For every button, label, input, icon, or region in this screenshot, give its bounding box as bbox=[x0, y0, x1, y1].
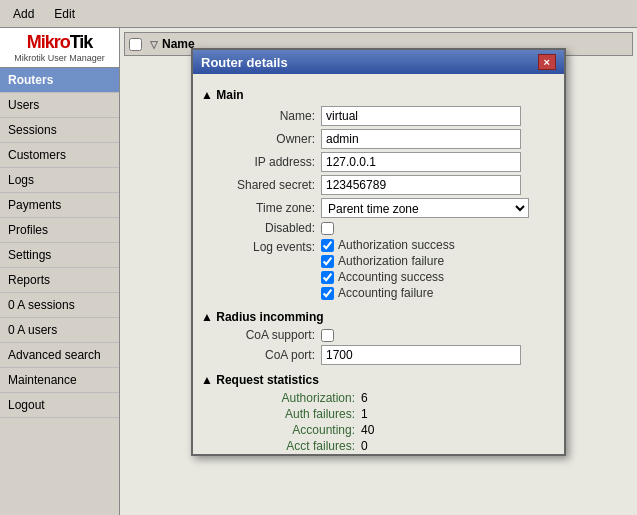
request-stats-header: ▲ Request statistics bbox=[201, 373, 556, 387]
sidebar-item-0a-sessions[interactable]: 0 A sessions bbox=[0, 293, 119, 318]
timezone-label: Time zone: bbox=[201, 201, 321, 215]
stat-accounting-value: 40 bbox=[361, 423, 374, 437]
name-input[interactable] bbox=[321, 106, 521, 126]
coa-port-row: CoA port: bbox=[201, 345, 556, 365]
edit-button[interactable]: Edit bbox=[45, 4, 84, 24]
logo-tik: Tik bbox=[70, 32, 93, 52]
main-content: ▽ Name Router details × ▲ Main bbox=[120, 28, 637, 515]
coa-port-label: CoA port: bbox=[201, 348, 321, 362]
log-acct-failure-row: Accounting failure bbox=[321, 286, 455, 300]
name-label: Name: bbox=[201, 109, 321, 123]
sidebar-item-advanced-search[interactable]: Advanced search bbox=[0, 343, 119, 368]
secret-row: Shared secret: bbox=[201, 175, 556, 195]
request-stats-label: ▲ Request statistics bbox=[201, 373, 319, 387]
log-auth-failure-checkbox[interactable] bbox=[321, 255, 334, 268]
ip-label: IP address: bbox=[201, 155, 321, 169]
dialog-overlay: Router details × ▲ Main Name: Ow bbox=[120, 28, 637, 515]
logo-brand: MikroTik bbox=[4, 32, 115, 53]
stat-auth-failures-value: 1 bbox=[361, 407, 368, 421]
main-section-header: ▲ Main bbox=[201, 88, 556, 102]
secret-label: Shared secret: bbox=[201, 178, 321, 192]
log-acct-failure-checkbox[interactable] bbox=[321, 287, 334, 300]
sidebar-item-logs[interactable]: Logs bbox=[0, 168, 119, 193]
ip-row: IP address: bbox=[201, 152, 556, 172]
radius-section-header: ▲ Radius incomming bbox=[201, 310, 556, 324]
logo-subtitle: Mikrotik User Manager bbox=[4, 53, 115, 63]
timezone-select[interactable]: Parent time zone bbox=[321, 198, 529, 218]
owner-input[interactable] bbox=[321, 129, 521, 149]
stat-acct-failures-value: 0 bbox=[361, 439, 368, 453]
sidebar-item-users[interactable]: Users bbox=[0, 93, 119, 118]
stat-authorization: Authorization: 6 bbox=[201, 391, 556, 405]
log-acct-failure-label: Accounting failure bbox=[338, 286, 433, 300]
owner-label: Owner: bbox=[201, 132, 321, 146]
stat-acct-failures: Acct failures: 0 bbox=[201, 439, 556, 453]
log-events-label: Log events: bbox=[201, 238, 321, 302]
coa-support-label: CoA support: bbox=[201, 328, 321, 342]
sidebar-item-profiles[interactable]: Profiles bbox=[0, 218, 119, 243]
disabled-checkbox[interactable] bbox=[321, 222, 334, 235]
disabled-row: Disabled: bbox=[201, 221, 556, 235]
topbar: Add Edit bbox=[0, 0, 637, 28]
main-section-label: ▲ Main bbox=[201, 88, 244, 102]
timezone-row: Time zone: Parent time zone bbox=[201, 198, 556, 218]
dialog-body: ▲ Main Name: Owner: IP address: bbox=[193, 74, 564, 454]
logo-micro: Mikro bbox=[27, 32, 70, 52]
sidebar-item-payments[interactable]: Payments bbox=[0, 193, 119, 218]
dialog-title: Router details × bbox=[193, 50, 564, 74]
secret-input[interactable] bbox=[321, 175, 521, 195]
log-auth-failure-row: Authorization failure bbox=[321, 254, 455, 268]
owner-row: Owner: bbox=[201, 129, 556, 149]
sidebar-item-maintenance[interactable]: Maintenance bbox=[0, 368, 119, 393]
stat-authorization-label: Authorization: bbox=[201, 391, 361, 405]
coa-port-input[interactable] bbox=[321, 345, 521, 365]
sidebar-item-customers[interactable]: Customers bbox=[0, 143, 119, 168]
dialog-title-text: Router details bbox=[201, 55, 288, 70]
dialog-close-button[interactable]: × bbox=[538, 54, 556, 70]
log-events-checks: Authorization success Authorization fail… bbox=[321, 238, 455, 302]
log-events-container: Log events: Authorization success Author… bbox=[201, 238, 556, 302]
stat-accounting: Accounting: 40 bbox=[201, 423, 556, 437]
log-auth-failure-label: Authorization failure bbox=[338, 254, 444, 268]
log-acct-success-checkbox[interactable] bbox=[321, 271, 334, 284]
add-button[interactable]: Add bbox=[4, 4, 43, 24]
sidebar-item-settings[interactable]: Settings bbox=[0, 243, 119, 268]
ip-input[interactable] bbox=[321, 152, 521, 172]
stat-acct-failures-label: Acct failures: bbox=[201, 439, 361, 453]
log-auth-success-checkbox[interactable] bbox=[321, 239, 334, 252]
stat-authorization-value: 6 bbox=[361, 391, 368, 405]
sidebar-item-routers[interactable]: Routers bbox=[0, 68, 119, 93]
sidebar-item-reports[interactable]: Reports bbox=[0, 268, 119, 293]
sidebar-item-sessions[interactable]: Sessions bbox=[0, 118, 119, 143]
sidebar-item-logout[interactable]: Logout bbox=[0, 393, 119, 418]
coa-support-row: CoA support: bbox=[201, 328, 556, 342]
stat-accounting-label: Accounting: bbox=[201, 423, 361, 437]
sidebar: MikroTik Mikrotik User Manager Routers U… bbox=[0, 28, 120, 515]
disabled-label: Disabled: bbox=[201, 221, 321, 235]
logo: MikroTik Mikrotik User Manager bbox=[0, 28, 119, 68]
coa-support-checkbox[interactable] bbox=[321, 329, 334, 342]
log-auth-success-label: Authorization success bbox=[338, 238, 455, 252]
log-acct-success-label: Accounting success bbox=[338, 270, 444, 284]
sidebar-item-0a-users[interactable]: 0 A users bbox=[0, 318, 119, 343]
stat-auth-failures: Auth failures: 1 bbox=[201, 407, 556, 421]
log-auth-success-row: Authorization success bbox=[321, 238, 455, 252]
log-acct-success-row: Accounting success bbox=[321, 270, 455, 284]
radius-section-label: ▲ Radius incomming bbox=[201, 310, 324, 324]
name-row: Name: bbox=[201, 106, 556, 126]
stat-auth-failures-label: Auth failures: bbox=[201, 407, 361, 421]
router-details-dialog: Router details × ▲ Main Name: Ow bbox=[191, 48, 566, 456]
